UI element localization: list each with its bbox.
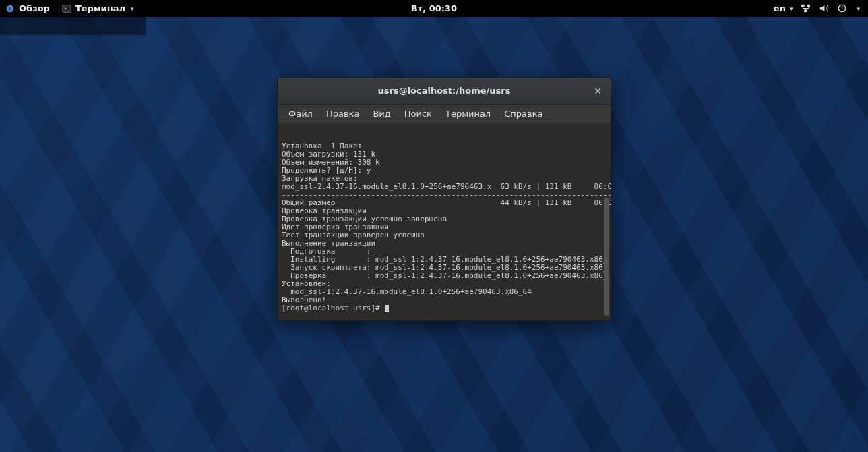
svg-text:>_: >_ xyxy=(64,5,70,11)
activities-label: Обзор xyxy=(19,3,50,13)
terminal-cursor xyxy=(385,305,389,312)
background-dark-block xyxy=(0,15,146,35)
svg-rect-4 xyxy=(801,5,805,7)
top-panel: Обзор >_ Терминал ▾ Вт, 00:30 en ▾ ▾ xyxy=(0,0,868,17)
menu-file[interactable]: Файл xyxy=(283,107,318,121)
terminal-window: usrs@localhost:/home/usrs ✕ Файл Правка … xyxy=(277,77,611,321)
window-title: usrs@localhost:/home/usrs xyxy=(378,86,511,96)
menu-view[interactable]: Вид xyxy=(367,107,396,121)
window-titlebar[interactable]: usrs@localhost:/home/usrs ✕ xyxy=(278,78,611,105)
chevron-down-icon: ▾ xyxy=(857,5,860,12)
close-button[interactable]: ✕ xyxy=(590,84,605,98)
terminal-line: mod_ssl-1:2.4.37-16.module_el8.1.0+256+a… xyxy=(282,288,607,296)
terminal-menubar: Файл Правка Вид Поиск Терминал Справка xyxy=(278,105,611,123)
volume-icon[interactable] xyxy=(819,3,829,13)
terminal-app-icon: >_ xyxy=(62,4,71,13)
terminal-scrollbar[interactable] xyxy=(604,198,609,316)
close-icon: ✕ xyxy=(594,86,602,96)
terminal-output[interactable]: Установка 1 ПакетОбъем загрузки: 131 kОб… xyxy=(278,123,611,320)
terminal-line: [root@localhost usrs]# xyxy=(282,304,607,312)
power-icon[interactable] xyxy=(837,3,847,13)
activities-button[interactable]: Обзор xyxy=(5,3,50,13)
svg-point-1 xyxy=(8,7,11,10)
menu-edit[interactable]: Правка xyxy=(321,107,365,121)
keyboard-layout-button[interactable]: en ▾ xyxy=(774,3,793,13)
chevron-down-icon: ▾ xyxy=(131,5,134,12)
network-icon[interactable] xyxy=(801,3,811,13)
chevron-down-icon: ▾ xyxy=(790,5,793,12)
activities-icon xyxy=(5,4,15,13)
svg-rect-6 xyxy=(805,9,808,12)
clock-button[interactable]: Вт, 00:30 xyxy=(411,3,457,13)
svg-rect-5 xyxy=(807,5,811,7)
app-menu-button[interactable]: >_ Терминал ▾ xyxy=(62,3,134,13)
menu-terminal[interactable]: Терминал xyxy=(440,107,496,121)
menu-help[interactable]: Справка xyxy=(499,107,548,121)
clock-label: Вт, 00:30 xyxy=(411,3,457,13)
keyboard-layout-label: en xyxy=(774,3,786,13)
menu-search[interactable]: Поиск xyxy=(399,107,437,121)
app-menu-label: Терминал xyxy=(75,3,125,13)
